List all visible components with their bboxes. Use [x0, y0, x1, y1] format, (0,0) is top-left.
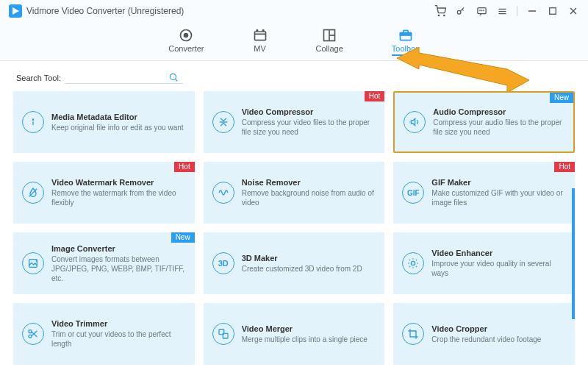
key-icon[interactable] [455, 5, 467, 17]
svg-point-2 [444, 15, 445, 15]
card-desc: Merge multiple clips into a single piece [242, 335, 368, 344]
svg-point-5 [479, 10, 480, 10]
tab-toolbox[interactable]: Toolbox [389, 26, 423, 57]
scrollbar-indicator[interactable] [572, 188, 575, 319]
card-desc: Remove the watermark from the video flex… [51, 188, 186, 207]
info-icon [22, 111, 44, 133]
svg-marker-0 [12, 7, 19, 15]
scissors-icon [22, 323, 44, 345]
card-desc: Compress your video files to the proper … [242, 118, 376, 137]
svg-point-29 [32, 119, 33, 120]
svg-line-28 [175, 79, 177, 81]
search-label: Search Tool: [16, 74, 61, 82]
card-title: Video Trimmer [51, 319, 186, 328]
svg-point-7 [483, 10, 484, 10]
card-desc: Improve your video quality in several wa… [431, 259, 566, 278]
wave-icon [212, 182, 234, 204]
card-audio-compressor[interactable]: New Audio Compressor Compress your audio… [393, 91, 575, 153]
card-3d-maker[interactable]: 3D 3D Maker Create customized 3D video f… [204, 232, 385, 294]
merge-icon [212, 323, 234, 345]
minimize-icon[interactable] [526, 5, 538, 17]
card-desc: Crop the redundant video footage [431, 335, 541, 344]
svg-point-6 [481, 10, 482, 10]
svg-point-36 [29, 330, 32, 333]
badge-new: New [550, 93, 573, 103]
card-title: Audio Compressor [433, 107, 564, 116]
image-convert-icon [22, 252, 44, 274]
compress-icon [212, 111, 234, 133]
card-video-merger[interactable]: Video Merger Merge multiple clips into a… [204, 303, 385, 365]
svg-point-19 [257, 30, 258, 32]
svg-point-16 [184, 34, 188, 38]
badge-hot: Hot [365, 91, 385, 101]
tools-grid: Media Metadata Editor Keep original file… [0, 91, 588, 374]
svg-point-37 [29, 335, 32, 338]
tab-label: Collage [316, 44, 343, 54]
card-image-converter[interactable]: New Image Converter Convert images forma… [13, 232, 195, 294]
card-video-watermark-remover[interactable]: Hot Video Watermark Remover Remove the w… [13, 162, 195, 224]
card-title: Video Enhancer [431, 249, 566, 257]
tab-collage[interactable]: Collage [313, 26, 346, 57]
titlebar-left: Vidmore Video Converter (Unregistered) [9, 4, 184, 18]
app-title: Vidmore Video Converter (Unregistered) [26, 6, 184, 16]
card-video-enhancer[interactable]: Video Enhancer Improve your video qualit… [393, 232, 575, 294]
svg-rect-17 [254, 32, 265, 40]
card-video-cropper[interactable]: Video Cropper Crop the redundant video f… [393, 303, 575, 365]
converter-icon [179, 28, 193, 43]
maximize-icon[interactable] [547, 5, 559, 17]
card-desc: Compress your audio files to the proper … [433, 118, 564, 137]
card-desc: Convert images formats between JPG/JPEG,… [51, 254, 186, 283]
svg-point-20 [262, 30, 264, 32]
gif-icon: GIF [402, 182, 424, 204]
card-title: Video Merger [242, 324, 368, 333]
tab-converter[interactable]: Converter [165, 26, 207, 57]
collage-icon [322, 28, 337, 43]
crop-icon [402, 323, 424, 345]
menu-icon[interactable] [496, 5, 508, 17]
svg-rect-12 [550, 8, 556, 15]
tab-label: Toolbox [392, 44, 420, 56]
card-video-compressor[interactable]: Hot Video Compressor Compress your video… [204, 91, 385, 153]
svg-point-35 [412, 261, 415, 265]
badge-new: New [171, 232, 195, 243]
card-title: Image Converter [51, 244, 186, 253]
mv-icon [253, 28, 268, 43]
toolbox-icon [398, 28, 413, 43]
card-media-metadata-editor[interactable]: Media Metadata Editor Keep original file… [13, 91, 195, 153]
svg-rect-25 [400, 33, 411, 35]
titlebar-right [434, 5, 579, 17]
card-gif-maker[interactable]: Hot GIF GIF Maker Make customized GIF wi… [393, 162, 575, 224]
card-desc: Remove background noise from audio of vi… [242, 188, 376, 207]
svg-line-38 [32, 332, 37, 337]
feedback-icon[interactable] [476, 5, 487, 17]
badge-hot: Hot [554, 162, 575, 172]
tab-label: MV [254, 44, 266, 54]
tabbar: Converter MV Collage Toolbox [0, 22, 588, 61]
card-title: Noise Remover [242, 178, 376, 187]
search-input[interactable] [65, 71, 168, 83]
card-title: GIF Maker [431, 178, 566, 187]
svg-rect-34 [29, 260, 37, 268]
close-icon[interactable] [567, 5, 579, 17]
titlebar: Vidmore Video Converter (Unregistered) [0, 0, 588, 22]
svg-line-39 [32, 331, 37, 336]
search-input-wrap [65, 71, 183, 84]
svg-point-27 [170, 74, 176, 79]
svg-point-1 [438, 15, 439, 15]
audio-icon [404, 111, 426, 133]
cart-icon[interactable] [434, 5, 446, 17]
search-icon[interactable] [168, 72, 179, 82]
water-icon [22, 182, 44, 204]
app-logo-icon [9, 4, 22, 18]
card-desc: Trim or cut your videos to the perfect l… [51, 329, 186, 349]
searchbar: Search Tool: [0, 61, 588, 91]
card-video-trimmer[interactable]: Video Trimmer Trim or cut your videos to… [13, 303, 195, 365]
card-title: Media Metadata Editor [51, 113, 184, 121]
card-noise-remover[interactable]: Noise Remover Remove background noise fr… [204, 162, 385, 224]
tab-mv[interactable]: MV [250, 26, 270, 57]
badge-hot: Hot [174, 162, 195, 172]
card-title: Video Watermark Remover [51, 178, 186, 187]
separator [517, 6, 517, 16]
card-title: 3D Maker [242, 254, 362, 263]
card-desc: Keep original file info or edit as you w… [51, 123, 184, 132]
